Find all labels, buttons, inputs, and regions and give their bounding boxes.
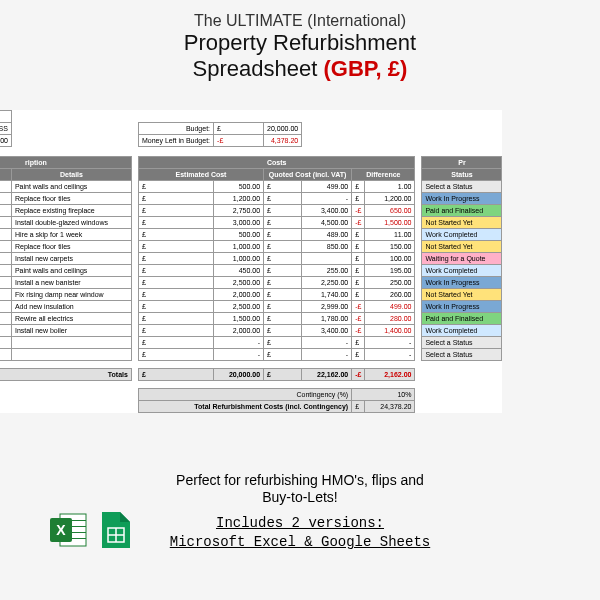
table-row: aceReplace existing fireplace£2,750.00£3… bbox=[0, 205, 502, 217]
table-row: ingInstall new carpets£1,000.00££100.00W… bbox=[0, 253, 502, 265]
title-line-3: Spreadsheet (GBP, £) bbox=[0, 56, 600, 82]
table-row: Fix rising damp near window£2,000.00£1,7… bbox=[0, 289, 502, 301]
status-cell[interactable]: Paid and Finalised bbox=[422, 313, 502, 325]
status-cell[interactable]: Select a Status bbox=[422, 337, 502, 349]
table-row: terInstall a new banister£2,500.00£2,250… bbox=[0, 277, 502, 289]
status-cell[interactable]: Paid and Finalised bbox=[422, 205, 502, 217]
title-line-1: The ULTIMATE (International) bbox=[0, 12, 600, 30]
sheets-icon bbox=[100, 510, 132, 554]
table-row: Hire a skip for 1 week£500.00£489.00£11.… bbox=[0, 229, 502, 241]
status-cell[interactable]: Work Completed bbox=[422, 325, 502, 337]
table-row: £-£-£-Select a Status bbox=[0, 337, 502, 349]
title-line-2: Property Refurbishment bbox=[0, 30, 600, 56]
status-cell[interactable]: Work In Progress bbox=[422, 277, 502, 289]
svg-text:X: X bbox=[56, 522, 66, 538]
status-cell[interactable]: Select a Status bbox=[422, 181, 502, 193]
spreadsheet: rling (GBP)OPERTY ADDRESSBudget:£20,000.… bbox=[0, 110, 502, 413]
table-row: Replace floor tiles£1,000.00£850.00£150.… bbox=[0, 241, 502, 253]
status-cell[interactable]: Not Started Yet bbox=[422, 217, 502, 229]
status-cell[interactable]: Waiting for a Quote bbox=[422, 253, 502, 265]
caption-1: Perfect for refurbishing HMO's, flips an… bbox=[0, 472, 600, 506]
table-row: atePaint walls and ceilings£500.00£499.0… bbox=[0, 181, 502, 193]
status-cell[interactable]: Not Started Yet bbox=[422, 289, 502, 301]
table-row: oratePaint walls and ceilings£450.00£255… bbox=[0, 265, 502, 277]
status-cell[interactable]: Work In Progress bbox=[422, 301, 502, 313]
excel-icon: X bbox=[50, 510, 90, 554]
app-icons: X bbox=[50, 510, 138, 554]
table-row: ngReplace floor tiles£1,200.00£-£1,200.0… bbox=[0, 193, 502, 205]
table-row: ationAdd new insulation£2,500.00£2,999.0… bbox=[0, 301, 502, 313]
table-row: eRewire all electrics£1,500.00£1,780.00-… bbox=[0, 313, 502, 325]
status-cell[interactable]: Select a Status bbox=[422, 349, 502, 361]
table-row: owsInstall double-glazed windows£3,000.0… bbox=[0, 217, 502, 229]
table-row: Install new boiler£2,000.00£3,400.00-£1,… bbox=[0, 325, 502, 337]
status-cell[interactable]: Work Completed bbox=[422, 229, 502, 241]
status-cell[interactable]: Work In Progress bbox=[422, 193, 502, 205]
table-row: £-£-£-Select a Status bbox=[0, 349, 502, 361]
status-cell[interactable]: Not Started Yet bbox=[422, 241, 502, 253]
status-cell[interactable]: Work Completed bbox=[422, 265, 502, 277]
